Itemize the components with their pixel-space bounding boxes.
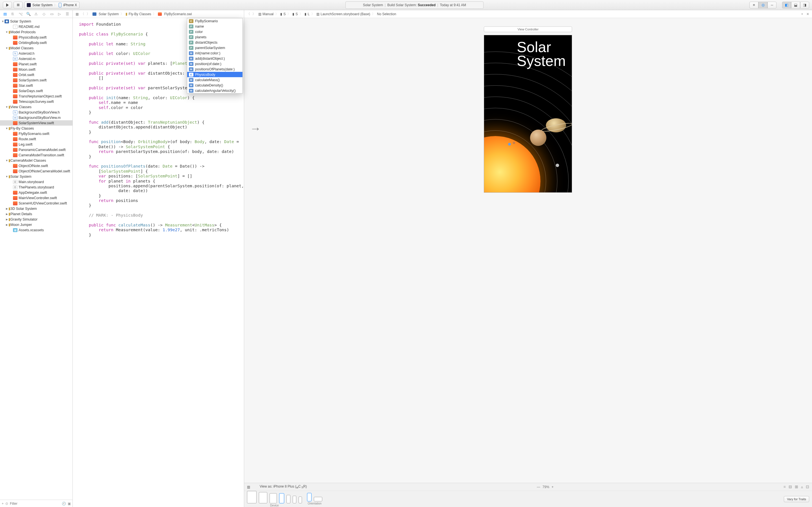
add-assistant-icon[interactable]: + bbox=[800, 12, 805, 16]
report-navigator-tab[interactable]: ☰ bbox=[65, 11, 70, 17]
jump-seg[interactable]: L bbox=[308, 12, 310, 16]
autocomplete-item[interactable]: MpositionsOfPlanets(date:) bbox=[187, 66, 243, 72]
close-assistant-icon[interactable]: ✕ bbox=[805, 12, 810, 16]
tree-file[interactable]: Moon.swift bbox=[0, 67, 72, 72]
tree-file[interactable]: hBackgroundSkyBoxView.h bbox=[0, 110, 72, 115]
ipad-icon[interactable] bbox=[259, 492, 267, 503]
ipad-mini-icon[interactable] bbox=[269, 493, 277, 503]
jump-seg-group[interactable]: Fly-By Classes bbox=[129, 12, 151, 16]
resize-icon[interactable]: ⊡ bbox=[806, 485, 809, 489]
tree-file[interactable]: SceneHUDViewController.swift bbox=[0, 201, 72, 206]
tree-file[interactable]: SolarSystem.swift bbox=[0, 77, 72, 83]
document-outline-icon[interactable]: ▥ bbox=[247, 485, 250, 489]
autocomplete-item[interactable]: PdistantObjects bbox=[187, 40, 243, 45]
tree-group[interactable]: ▼▮Model Protocols bbox=[0, 29, 72, 35]
device-picker[interactable] bbox=[247, 491, 302, 503]
vary-for-traits-button[interactable]: Vary for Traits bbox=[784, 496, 809, 502]
assistant-editor-button[interactable]: ◎ bbox=[758, 2, 767, 8]
toggle-utilities-button[interactable]: ◨ bbox=[800, 2, 809, 8]
tree-file[interactable]: Orbit.swift bbox=[0, 72, 72, 77]
zoom-out-button[interactable]: — bbox=[537, 485, 540, 489]
add-icon[interactable]: + bbox=[2, 502, 4, 506]
toggle-debug-button[interactable]: ⬓ bbox=[791, 2, 800, 8]
issue-navigator-tab[interactable]: ⚠ bbox=[34, 11, 39, 17]
tree-file[interactable]: AppDelegate.swift bbox=[0, 190, 72, 195]
tree-file[interactable]: ◫ThePlanets.storyboard bbox=[0, 184, 72, 190]
tree-group[interactable]: ▼▮Model Classes bbox=[0, 45, 72, 51]
tree-file[interactable]: TelescopicSurvey.swift bbox=[0, 99, 72, 104]
tree-file[interactable]: MainViewController.swift bbox=[0, 195, 72, 201]
orientation-picker[interactable] bbox=[307, 493, 322, 501]
autocomplete-item[interactable]: Pname bbox=[187, 24, 243, 29]
project-tree[interactable]: ▼◆Solar System↓README.md▼▮Model Protocol… bbox=[0, 18, 72, 500]
tree-file[interactable]: ObjectOfNoteCameraModel.swift bbox=[0, 168, 72, 174]
tree-file[interactable]: ◫Main.storyboard bbox=[0, 179, 72, 184]
tree-file[interactable]: CameraModelTransition.swift bbox=[0, 152, 72, 158]
project-navigator-tab[interactable]: ▤ bbox=[3, 11, 8, 17]
tree-file[interactable]: ObjectOfNote.swift bbox=[0, 163, 72, 168]
assistant-jump-bar[interactable]: 〈 〉 ▥ Manual 〉 ▮ S 〉 ▮ S 〉 ▮ L 〉 ▥ Launc… bbox=[244, 10, 812, 18]
tree-file[interactable]: hAsteroid.h bbox=[0, 51, 72, 56]
tree-group[interactable]: ▶▮Moon Jumper bbox=[0, 222, 72, 227]
tree-group[interactable]: ▼▮Solar System bbox=[0, 174, 72, 179]
tree-file[interactable]: TransNeptunianObject.swift bbox=[0, 94, 72, 99]
tree-file[interactable]: OrbitingBody.swift bbox=[0, 40, 72, 45]
tree-group[interactable]: ▶▮3D Solar System bbox=[0, 206, 72, 211]
tree-file[interactable]: Planet.swift bbox=[0, 61, 72, 67]
tree-file[interactable]: SolarSystemView.swift bbox=[0, 120, 72, 126]
tree-file[interactable]: PhysicsBody.swift bbox=[0, 35, 72, 40]
iphone-4s-icon[interactable] bbox=[299, 497, 302, 503]
breakpoint-navigator-tab[interactable]: ▷ bbox=[57, 11, 62, 17]
autocomplete-item[interactable]: McalculateDensity() bbox=[187, 82, 243, 88]
autocomplete-item[interactable]: PparentSolarSystem bbox=[187, 45, 243, 50]
tree-file[interactable]: ↓README.md bbox=[0, 24, 72, 29]
jump-seg-selection[interactable]: No Selection bbox=[377, 12, 396, 16]
tree-root[interactable]: ▼◆Solar System bbox=[0, 18, 72, 24]
ib-canvas[interactable]: → View Controller bbox=[244, 18, 812, 483]
tree-group[interactable]: ▼▮Fly-By Classes bbox=[0, 126, 72, 131]
scm-filter-icon[interactable]: ▣ bbox=[68, 502, 71, 506]
recent-icon[interactable]: 🕘 bbox=[62, 502, 66, 506]
tree-file[interactable]: mAsteroid.m bbox=[0, 56, 72, 61]
tree-group[interactable]: ▼▮View Classes bbox=[0, 104, 72, 110]
filter-input[interactable] bbox=[10, 502, 60, 506]
iphone-icon[interactable] bbox=[287, 495, 290, 503]
stop-button[interactable] bbox=[13, 2, 22, 8]
toggle-navigator-button[interactable]: ◧ bbox=[782, 2, 791, 8]
jump-seg-file[interactable]: LaunchScreen.storyboard (Base) bbox=[320, 12, 370, 16]
autocomplete-item[interactable]: Mposition(of:date:) bbox=[187, 61, 243, 66]
jump-seg-file[interactable]: FlyByScenario.swi bbox=[164, 12, 192, 16]
version-editor-button[interactable]: ↔ bbox=[767, 2, 776, 8]
ipad-pro-icon[interactable] bbox=[247, 491, 257, 503]
pin-icon[interactable]: ⊞ bbox=[795, 485, 798, 489]
autocomplete-item[interactable]: McalculateAngularVelocity() bbox=[187, 88, 243, 93]
tree-file[interactable]: PanoramicCameraModel.swift bbox=[0, 147, 72, 152]
portrait-icon[interactable] bbox=[307, 493, 312, 501]
tree-file[interactable]: ▦Assets.xcassets bbox=[0, 227, 72, 233]
jump-seg[interactable]: S bbox=[296, 12, 298, 16]
assistant-mode[interactable]: Manual bbox=[262, 12, 273, 16]
autocomplete-popup[interactable]: CFlyByScenarioPnamePcolorPplanetsPdistan… bbox=[187, 18, 243, 94]
autocomplete-item[interactable]: Pplanets bbox=[187, 34, 243, 40]
iphone-se-icon[interactable] bbox=[293, 496, 296, 503]
view-as-label[interactable]: View as: iPhone 8 Plus (wC hR) bbox=[260, 485, 307, 489]
jump-seg[interactable]: S bbox=[283, 12, 286, 16]
debug-navigator-tab[interactable]: ▭ bbox=[49, 11, 54, 17]
autocomplete-item[interactable]: Madd(distantObject:) bbox=[187, 56, 243, 61]
tree-file[interactable]: FlyByScenario.swift bbox=[0, 131, 72, 136]
forward-icon[interactable]: 〉 bbox=[252, 11, 257, 16]
scheme-selector[interactable]: Solar System 〉 iPhone X bbox=[24, 2, 80, 8]
back-icon[interactable]: 〈 bbox=[246, 11, 251, 16]
symbol-navigator-tab[interactable]: ⌥ bbox=[18, 11, 23, 17]
launch-screen-preview[interactable]: SolarSystem bbox=[484, 35, 572, 193]
landscape-icon[interactable] bbox=[314, 497, 322, 501]
autocomplete-item[interactable]: EPhysicsBody bbox=[187, 72, 243, 77]
primary-jump-bar[interactable]: ▦ 〈 〉 Solar System 〉 ▮Fly-By Classes 〉 F… bbox=[73, 10, 244, 18]
tree-file[interactable]: mBackgroundSkyBoxView.m bbox=[0, 115, 72, 120]
tree-file[interactable]: Route.swift bbox=[0, 136, 72, 142]
tree-file[interactable]: SolarDays.swift bbox=[0, 88, 72, 94]
jump-seg-project[interactable]: Solar System bbox=[99, 12, 119, 16]
resolve-icon[interactable]: ▵ bbox=[801, 485, 803, 489]
standard-editor-button[interactable]: ≡ bbox=[749, 2, 758, 8]
autocomplete-item[interactable]: Minit(name:color:) bbox=[187, 50, 243, 56]
